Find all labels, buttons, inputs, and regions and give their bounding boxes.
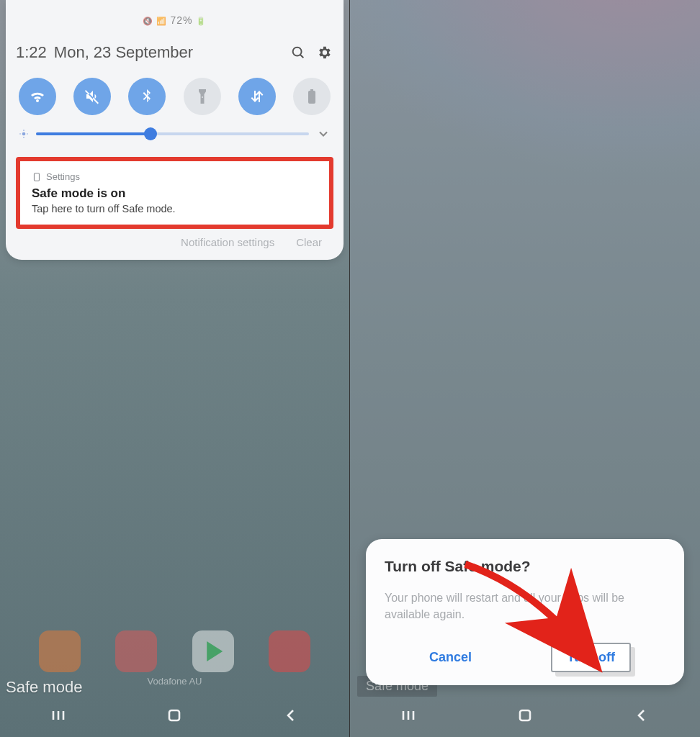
svg-point-2 [22, 132, 26, 136]
dialog-body: Your phone will restart and all your app… [385, 589, 665, 623]
navigation-bar [0, 697, 349, 737]
navigation-bar [350, 697, 700, 737]
turn-off-safe-mode-dialog: Turn off Safe mode? Your phone will rest… [366, 539, 684, 685]
svg-rect-7 [35, 173, 40, 181]
messages-app-icon[interactable] [115, 630, 157, 672]
turn-off-button[interactable]: Turn off [551, 643, 631, 672]
brightness-slider-row [16, 127, 333, 144]
left-screenshot: 🔇 📶 72% 🔋 1:22 Mon, 23 September [0, 0, 350, 737]
mute-toggle[interactable] [73, 78, 111, 115]
phone-app-icon[interactable] [39, 630, 81, 672]
flashlight-toggle[interactable] [184, 78, 221, 115]
recents-button[interactable] [400, 707, 417, 727]
status-bar-text: 🔇 📶 72% 🔋 [6, 14, 344, 26]
power-saving-toggle[interactable] [293, 78, 331, 115]
notification-source: Settings [32, 171, 318, 182]
chevron-down-icon[interactable] [316, 127, 331, 141]
cancel-button[interactable]: Cancel [419, 646, 482, 669]
brightness-slider[interactable] [36, 132, 309, 135]
notification-title: Safe mode is on [32, 186, 318, 201]
notification-shade[interactable]: 🔇 📶 72% 🔋 1:22 Mon, 23 September [6, 0, 344, 260]
camera-app-icon[interactable] [269, 630, 310, 672]
back-button[interactable] [282, 707, 300, 727]
svg-line-1 [300, 55, 303, 58]
svg-point-0 [293, 48, 302, 56]
svg-rect-15 [520, 710, 530, 720]
app-dock [0, 630, 349, 672]
home-button[interactable] [516, 707, 534, 727]
back-button[interactable] [633, 707, 650, 727]
home-button[interactable] [166, 707, 183, 727]
notification-settings-link[interactable]: Notification settings [181, 236, 274, 248]
date-label: Mon, 23 September [54, 43, 282, 62]
shade-footer: Notification settings Clear [16, 229, 333, 253]
dialog-actions: Cancel Turn off [385, 643, 665, 672]
play-store-app-icon[interactable] [192, 630, 234, 672]
dialog-title: Turn off Safe mode? [385, 558, 665, 575]
bluetooth-toggle[interactable] [128, 78, 166, 115]
svg-rect-11 [169, 710, 179, 720]
safe-mode-watermark: Safe mode [6, 678, 82, 697]
safe-mode-notification[interactable]: Settings Safe mode is on Tap here to tur… [20, 161, 329, 225]
search-icon[interactable] [289, 43, 308, 62]
recents-button[interactable] [50, 707, 67, 727]
quick-settings-row [16, 78, 333, 115]
time-label: 1:22 [16, 43, 47, 62]
shade-header: 1:22 Mon, 23 September [16, 43, 333, 62]
wifi-toggle[interactable] [19, 78, 56, 115]
clear-notifications-link[interactable]: Clear [296, 236, 322, 248]
brightness-icon [19, 129, 29, 139]
right-screenshot: Turn off Safe mode? Your phone will rest… [350, 0, 700, 737]
gear-icon[interactable] [315, 43, 333, 62]
highlighted-notification: Settings Safe mode is on Tap here to tur… [16, 157, 333, 229]
mobile-data-toggle[interactable] [238, 78, 276, 115]
notification-body: Tap here to turn off Safe mode. [32, 203, 318, 214]
